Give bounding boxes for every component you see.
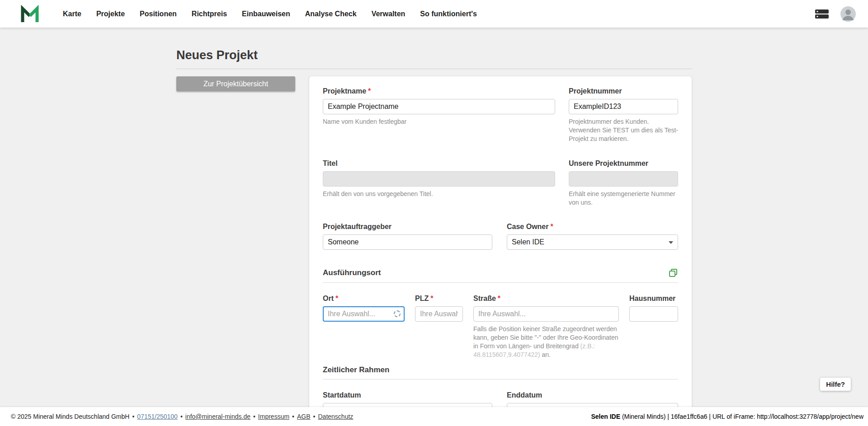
required-asterisk: *: [368, 87, 371, 95]
session-info: Selen IDE (Mineral Minds) | 16fae1ffc6a6…: [591, 413, 863, 420]
projektname-label-text: Projektname: [323, 87, 366, 95]
field-projektname: Projektname* Name vom Kunden festlegbar: [323, 87, 555, 143]
hausnummer-input[interactable]: [629, 306, 678, 322]
plz-input[interactable]: [415, 306, 463, 322]
plz-label-text: PLZ: [415, 295, 429, 302]
hausnummer-label: Hausnummer: [629, 295, 678, 303]
session-user: Selen IDE: [591, 413, 620, 420]
section-title-zeitlicher-rahmen: Zeitlicher Rahmen: [323, 365, 389, 375]
required-asterisk: *: [550, 223, 553, 230]
ort-input[interactable]: [323, 306, 405, 322]
strasse-input[interactable]: [473, 306, 619, 322]
field-ort: Ort*: [323, 295, 405, 359]
email-link[interactable]: info@mineral-minds.de: [185, 413, 250, 420]
strasse-label: Straße*: [473, 295, 619, 303]
field-strasse: Straße* Falls die Position keiner Straße…: [473, 295, 619, 359]
ort-label-text: Ort: [323, 295, 334, 302]
chevron-down-icon: [669, 241, 673, 244]
enddatum-label: Enddatum: [507, 391, 678, 399]
projektnummer-input[interactable]: [569, 99, 678, 114]
projektnummer-label: Projektnummer: [569, 87, 678, 95]
projektname-label: Projektname*: [323, 87, 555, 95]
user-avatar[interactable]: [840, 6, 856, 22]
nav-item-so-funktionierts[interactable]: So funktioniert's: [420, 10, 477, 18]
field-unsere-projektnummer: Unsere Projektnummer Erhält eine systemg…: [569, 159, 678, 207]
back-to-projects-button[interactable]: Zur Projektübersicht: [176, 76, 295, 91]
nav-item-einbauweisen[interactable]: Einbauweisen: [242, 10, 290, 18]
copy-icon[interactable]: [668, 268, 678, 278]
separator-dot: •: [253, 413, 255, 420]
titel-helper: Erhält den von uns vorgegebenen Titel.: [323, 190, 555, 198]
main-area: Neues Projekt Zur Projektübersicht Proje…: [0, 28, 868, 407]
nav-item-projekte[interactable]: Projekte: [96, 10, 125, 18]
field-projektnummer: Projektnummer Projektnummer des Kunden. …: [569, 87, 678, 143]
unsere-projektnummer-label: Unsere Projektnummer: [569, 159, 678, 168]
strasse-label-text: Straße: [473, 295, 496, 302]
new-project-form-card: Projektname* Name vom Kunden festlegbar …: [309, 76, 692, 426]
separator-dot: •: [132, 413, 134, 420]
strasse-helper: Falls die Position keiner Straße zugeord…: [473, 325, 619, 359]
top-navigation: Karte Projekte Positionen Richtpreis Ein…: [0, 0, 868, 28]
help-button[interactable]: Hilfe?: [820, 378, 851, 391]
section-divider: [323, 282, 678, 283]
separator-dot: •: [292, 413, 294, 420]
unsere-projektnummer-helper: Erhält eine systemgenerierte Nummer von …: [569, 190, 678, 207]
case-owner-label: Case Owner*: [507, 223, 678, 231]
field-case-owner: Case Owner* Selen IDE: [507, 223, 678, 250]
footer: © 2025 Mineral Minds Deutschland GmbH • …: [0, 407, 868, 426]
projektname-input[interactable]: [323, 99, 555, 114]
case-owner-selected-value: Selen IDE: [512, 238, 544, 246]
nav-item-positionen[interactable]: Positionen: [140, 10, 177, 18]
agb-link[interactable]: AGB: [297, 413, 311, 420]
strasse-helper-main: Falls die Position keiner Straße zugeord…: [473, 325, 618, 350]
title-divider: [176, 69, 692, 69]
strasse-helper-suffix: an.: [540, 351, 551, 358]
required-asterisk: *: [335, 295, 338, 302]
projektauftraggeber-input[interactable]: [323, 234, 492, 250]
projektnummer-helper: Projektnummer des Kunden. Verwenden Sie …: [569, 117, 678, 143]
nav-item-karte[interactable]: Karte: [63, 10, 81, 18]
separator-dot: •: [180, 413, 183, 420]
field-projektauftraggeber: Projektauftraggeber: [323, 223, 492, 250]
required-asterisk: *: [498, 295, 500, 302]
field-hausnummer: Hausnummer: [629, 295, 678, 359]
case-owner-label-text: Case Owner: [507, 223, 548, 230]
required-asterisk: *: [430, 295, 433, 302]
impressum-link[interactable]: Impressum: [258, 413, 289, 420]
case-owner-select[interactable]: Selen IDE: [507, 234, 678, 250]
footer-info: © 2025 Mineral Minds Deutschland GmbH • …: [11, 413, 353, 420]
server-icon[interactable]: [815, 9, 829, 19]
copyright-text: © 2025 Mineral Minds Deutschland GmbH: [11, 413, 129, 420]
section-divider: [323, 379, 678, 379]
projektauftraggeber-label: Projektauftraggeber: [323, 223, 492, 231]
titel-input: [323, 171, 555, 187]
field-titel: Titel Erhält den von uns vorgegebenen Ti…: [323, 159, 555, 207]
session-details: (Mineral Minds) | 16fae1ffc6a6 | URL of …: [620, 413, 863, 420]
ort-label: Ort*: [323, 295, 405, 303]
section-title-ausfuehrungsort: Ausführungsort: [323, 268, 381, 277]
field-plz: PLZ*: [415, 295, 463, 359]
startdatum-label: Startdatum: [323, 391, 492, 399]
unsere-projektnummer-input: [569, 171, 678, 187]
titel-label: Titel: [323, 159, 555, 168]
separator-dot: •: [313, 413, 316, 420]
page-title: Neues Projekt: [176, 48, 692, 62]
projektname-helper: Name vom Kunden festlegbar: [323, 117, 555, 126]
nav-item-richtpreis[interactable]: Richtpreis: [192, 10, 227, 18]
datenschutz-link[interactable]: Datenschutz: [318, 413, 353, 420]
mineral-minds-logo-icon[interactable]: [20, 5, 39, 23]
plz-label: PLZ*: [415, 295, 463, 303]
nav-item-analyse-check[interactable]: Analyse Check: [305, 10, 357, 18]
phone-link[interactable]: 07151/250100: [137, 413, 178, 420]
nav-item-verwalten[interactable]: Verwalten: [372, 10, 406, 18]
